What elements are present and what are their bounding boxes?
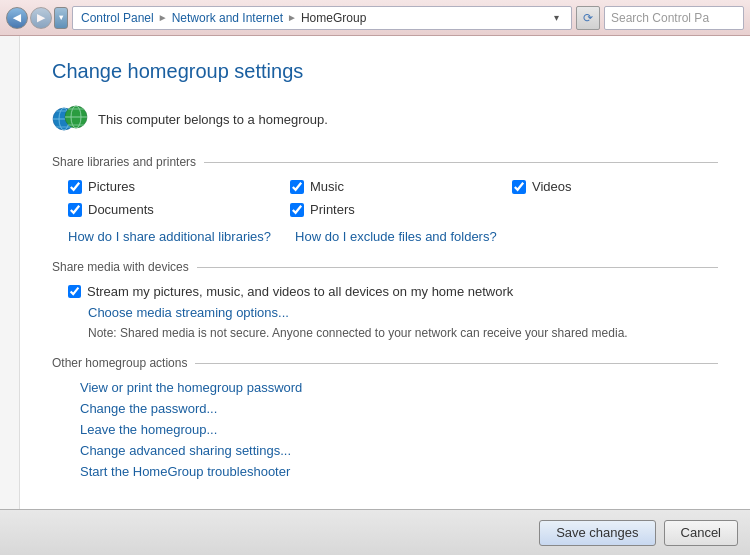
link-share-libraries[interactable]: How do I share additional libraries? xyxy=(68,229,271,244)
address-bar: ◀ ▶ ▾ Control Panel ► Network and Intern… xyxy=(0,0,750,36)
back-button[interactable]: ◀ xyxy=(6,7,28,29)
checkbox-videos-input[interactable] xyxy=(512,180,526,194)
bottom-bar: Save changes Cancel xyxy=(0,509,750,555)
breadcrumb-sep-2: ► xyxy=(287,12,297,23)
checkbox-videos[interactable]: Videos xyxy=(512,179,718,194)
stream-checkbox-row[interactable]: Stream my pictures, music, and videos to… xyxy=(52,284,718,299)
actions-list: View or print the homegroup password Cha… xyxy=(52,380,718,479)
forward-button[interactable]: ▶ xyxy=(30,7,52,29)
checkboxes-grid: Pictures Music Videos Documents xyxy=(52,179,718,217)
checkbox-pictures-label: Pictures xyxy=(88,179,135,194)
checkbox-printers[interactable]: Printers xyxy=(290,202,496,217)
breadcrumb-network[interactable]: Network and Internet xyxy=(172,11,283,25)
refresh-button[interactable]: ⟳ xyxy=(576,6,600,30)
media-streaming-link-row: Choose media streaming options... xyxy=(52,305,718,320)
left-panel xyxy=(0,36,20,555)
homegroup-description: This computer belongs to a homegroup. xyxy=(98,112,328,127)
checkbox-printers-label: Printers xyxy=(310,202,355,217)
breadcrumb-dropdown[interactable]: ▾ xyxy=(550,12,563,23)
link-exclude-files[interactable]: How do I exclude files and folders? xyxy=(295,229,497,244)
checkbox-music-label: Music xyxy=(310,179,344,194)
other-actions-header: Other homegroup actions xyxy=(52,356,718,370)
stream-label: Stream my pictures, music, and videos to… xyxy=(87,284,513,299)
homegroup-icon xyxy=(52,101,88,137)
recent-button[interactable]: ▾ xyxy=(54,7,68,29)
search-bar[interactable]: Search Control Pa xyxy=(604,6,744,30)
share-media-section: Share media with devices Stream my pictu… xyxy=(52,260,718,340)
checkbox-videos-label: Videos xyxy=(532,179,572,194)
link-change-password[interactable]: Change the password... xyxy=(80,401,718,416)
cancel-button[interactable]: Cancel xyxy=(664,520,738,546)
checkbox-documents-input[interactable] xyxy=(68,203,82,217)
link-view-password[interactable]: View or print the homegroup password xyxy=(80,380,718,395)
checkbox-music[interactable]: Music xyxy=(290,179,496,194)
breadcrumb-bar: Control Panel ► Network and Internet ► H… xyxy=(72,6,572,30)
breadcrumb-sep-1: ► xyxy=(158,12,168,23)
content-area: Change homegroup settings This computer xyxy=(20,36,750,555)
checkbox-documents-label: Documents xyxy=(88,202,154,217)
main-container: Change homegroup settings This computer xyxy=(0,36,750,555)
breadcrumb-homegroup: HomeGroup xyxy=(301,11,366,25)
nav-buttons: ◀ ▶ ▾ xyxy=(6,7,68,29)
share-media-header: Share media with devices xyxy=(52,260,718,274)
checkbox-pictures[interactable]: Pictures xyxy=(68,179,274,194)
page-title: Change homegroup settings xyxy=(52,60,718,83)
save-changes-button[interactable]: Save changes xyxy=(539,520,655,546)
media-note: Note: Shared media is not secure. Anyone… xyxy=(52,326,718,340)
link-advanced-sharing[interactable]: Change advanced sharing settings... xyxy=(80,443,718,458)
checkbox-pictures-input[interactable] xyxy=(68,180,82,194)
breadcrumb-control-panel[interactable]: Control Panel xyxy=(81,11,154,25)
checkbox-printers-input[interactable] xyxy=(290,203,304,217)
link-troubleshooter[interactable]: Start the HomeGroup troubleshooter xyxy=(80,464,718,479)
media-streaming-link[interactable]: Choose media streaming options... xyxy=(88,305,289,320)
share-links-row: How do I share additional libraries? How… xyxy=(52,229,718,244)
other-actions-section: Other homegroup actions View or print th… xyxy=(52,356,718,479)
share-libraries-header: Share libraries and printers xyxy=(52,155,718,169)
checkbox-music-input[interactable] xyxy=(290,180,304,194)
link-leave-homegroup[interactable]: Leave the homegroup... xyxy=(80,422,718,437)
checkbox-documents[interactable]: Documents xyxy=(68,202,274,217)
share-libraries-section: Share libraries and printers Pictures Mu… xyxy=(52,155,718,244)
homegroup-intro: This computer belongs to a homegroup. xyxy=(52,101,718,137)
stream-checkbox-input[interactable] xyxy=(68,285,81,298)
